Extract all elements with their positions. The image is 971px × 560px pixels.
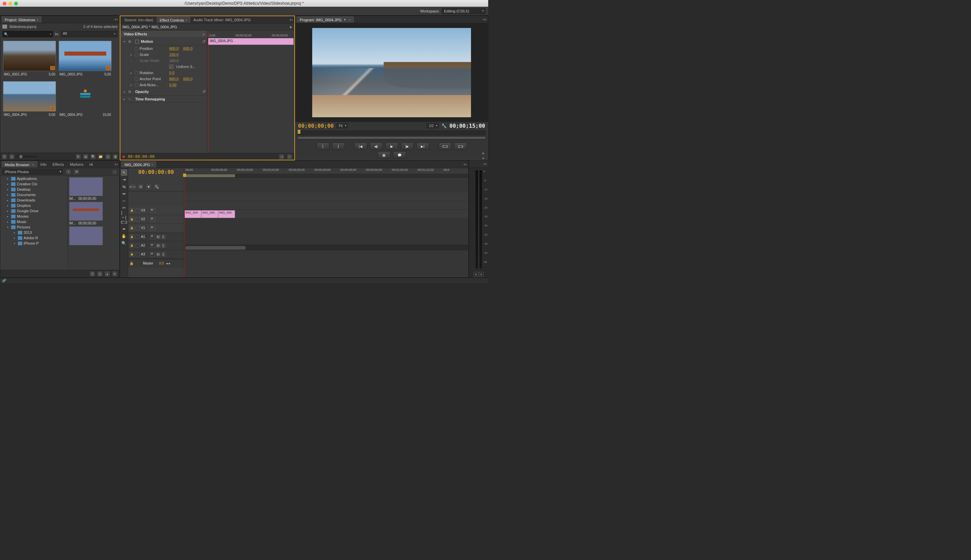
panel-menu-icon[interactable]: ▾≡ [464,163,467,166]
new-bin-button[interactable]: 📁 [98,154,103,159]
reset-icon[interactable]: ↺ [202,89,206,94]
tree-folder[interactable]: ▸Google Drive [0,208,67,213]
anchor-x-value[interactable]: 800.0 [169,77,179,81]
stopwatch-icon[interactable] [135,47,138,50]
tree-folder[interactable]: ▸Movies [0,213,67,219]
media-item[interactable]: IM...00;00;05;00 [69,202,118,225]
audio-track-a1[interactable] [184,219,468,227]
tree-folder[interactable]: ▸Documents [0,192,67,197]
dynamic-link-icon[interactable]: 🔗 [2,278,6,282]
effect-motion[interactable]: ▾fxMotion↺ [120,38,207,45]
timeline-clip[interactable]: IMG_000 [184,210,201,218]
chevron-down-icon[interactable]: ▾ [50,33,51,36]
project-search-input[interactable]: 🔍 ▾ [2,31,53,37]
timeline-timecode[interactable]: 00:00:00:00 [128,168,184,176]
stopwatch-icon[interactable] [135,71,138,75]
program-scrub-bar[interactable] [297,130,486,135]
chevron-down-icon[interactable]: ▾ [344,18,346,21]
tab-effect-controls[interactable]: Effect Controls× [157,17,190,23]
tree-folder[interactable]: ▸Dropbox [0,203,67,208]
toggle-timeline-icon[interactable]: ▶ [290,25,292,28]
tree-folder[interactable]: ▸Applications [0,176,67,181]
tab-sequence[interactable]: IMG_0004.JPG× [121,162,156,167]
video-track-v3[interactable] [184,192,468,201]
close-window-button[interactable] [3,2,7,5]
collapse-icon[interactable]: ▴ [203,33,206,36]
tab-source[interactable]: Source: (no clips) [122,17,156,23]
stopwatch-icon[interactable] [135,77,138,81]
tree-folder[interactable]: ▸2013 [0,230,67,235]
solo-left-button[interactable]: S [474,272,478,277]
new-item-button[interactable]: ◫ [105,154,110,159]
track-select-tool[interactable]: ⇥ [121,177,127,183]
automate-button[interactable]: ▤ [83,154,89,159]
tree-folder[interactable]: ▸Creative Clo [0,181,67,187]
panel-menu-icon[interactable]: ▾≡ [115,18,118,21]
timeline-settings-button[interactable]: 🔧 [154,183,160,190]
panel-menu-icon[interactable]: ▾≡ [483,18,486,21]
program-playhead[interactable] [298,130,301,134]
bin-item[interactable]: IMG_0004.JPG5;00 [2,80,57,120]
pen-tool[interactable]: ✒ [121,226,127,232]
lift-button[interactable]: ⊏⊐ [439,143,451,150]
direct-manip-icon[interactable] [135,40,139,43]
slip-tool[interactable]: |↔| [121,212,127,218]
delete-button[interactable]: 🗑 [113,154,118,159]
panel-menu-icon[interactable]: ▾≡ [290,18,293,22]
filter-button[interactable]: Y [66,169,71,175]
audio-track-a2[interactable] [184,227,468,236]
in-filter-dropdown[interactable]: All [61,31,117,37]
close-icon[interactable]: × [349,18,351,22]
position-y-value[interactable]: 600.0 [184,47,193,50]
media-list[interactable]: IM...00;00;05;00IM...00;00;05;00 [68,176,119,270]
rolling-edit-tool[interactable]: ⇔ [121,191,127,197]
lock-icon[interactable]: 🔒 [129,262,134,265]
uniform-scale-checkbox[interactable]: ✓ [169,65,173,69]
stopwatch-icon[interactable] [135,53,138,57]
close-icon[interactable]: × [151,163,153,167]
thumbnail-view-button[interactable]: ◫ [97,271,102,277]
sort-button[interactable]: ⇅ [75,154,81,159]
play-through-icon[interactable]: ▸◂ [167,262,170,265]
tree-folder[interactable]: ▸Desktop [0,187,67,192]
work-area-bar[interactable] [184,174,468,178]
tab-effects[interactable]: Effects [50,162,67,167]
reset-icon[interactable]: ↺ [202,39,206,44]
video-track-v1[interactable]: IMG_000IMG_000IMG_000 [184,210,468,219]
close-icon[interactable]: × [186,18,187,22]
effect-timeline-clip[interactable]: IMG_0004.JPG [208,38,294,45]
project-bin-grid[interactable]: IMG_0002.JPG5;00IMG_0003.JPG5;00IMG_0004… [0,38,119,153]
master-volume[interactable]: 0.0 [159,262,164,265]
bin-item[interactable]: IMG_0004.JPG15;00 [57,80,113,120]
timeline-horizontal-scrollbar[interactable] [184,245,468,250]
go-to-in-button[interactable]: |◀ [354,143,367,150]
track-header-a2[interactable]: 🔒A2👁MS [128,241,184,250]
prev-keyframe-button[interactable]: ◁ [279,154,284,159]
next-keyframe-button[interactable]: ▷ [287,154,292,159]
export-frame-button[interactable]: ▦ [378,151,390,159]
track-header-v1[interactable]: 🔒V1👁 [128,224,184,232]
minimize-window-button[interactable] [8,2,12,5]
media-item[interactable] [69,227,118,246]
settings-icon[interactable]: 🔧 [441,123,447,128]
track-header-v3[interactable]: 🔒V3👁 [128,206,184,215]
tab-project[interactable]: Project: Slideshow× [2,17,42,23]
panel-menu-icon[interactable]: ▾≡ [115,163,118,166]
solo-right-button[interactable]: S [479,272,484,277]
program-zoom-bar[interactable] [297,136,486,140]
resolution-dropdown[interactable]: 1/2 [426,123,439,128]
close-icon[interactable]: × [37,18,38,22]
icon-view-button[interactable]: ◫ [9,154,15,159]
zoom-window-button[interactable] [14,2,18,5]
linked-selection-button[interactable]: ⟲ [137,183,144,190]
rotation-value[interactable]: 0.0 [169,71,174,75]
bin-item[interactable]: IMG_0002.JPG5;00 [2,39,57,80]
antiflicker-value[interactable]: 0.00 [169,83,176,87]
stopwatch-icon[interactable] [135,83,138,87]
sort-asc-button[interactable]: ▴ [105,271,110,277]
panel-menu-icon[interactable]: ▾≡ [483,162,487,166]
zoom-level-dropdown[interactable]: Fit [336,123,348,128]
tab-info[interactable]: Info [38,162,49,167]
hand-tool[interactable]: ✋ [121,233,127,239]
media-item[interactable]: IM...00;00;05;00 [69,177,118,200]
